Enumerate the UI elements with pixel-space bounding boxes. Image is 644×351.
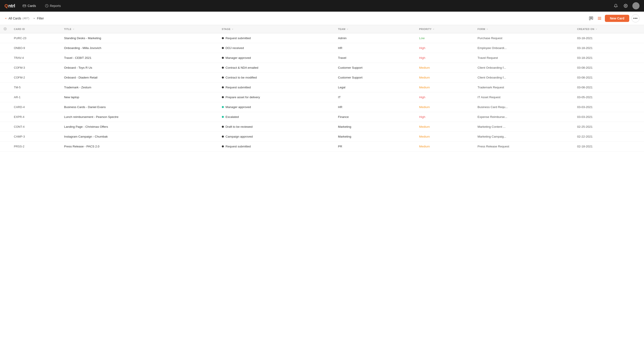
row-created-on: 03-08-2021 xyxy=(574,63,644,73)
table-row[interactable]: PRSS-2 Press Release - PACS 2.0 Request … xyxy=(0,142,644,151)
row-card-id: CONT-4 xyxy=(10,122,60,132)
row-card-id: COFM-3 xyxy=(10,63,60,73)
bell-icon xyxy=(614,4,618,8)
table-row[interactable]: CARD-4 Business Cards - Daniel Evans Man… xyxy=(0,102,644,112)
col-stage[interactable]: STAGE xyxy=(218,25,334,33)
row-team: Travel xyxy=(334,53,416,63)
stage-text: Contract & NDA emailed xyxy=(226,66,258,69)
table-row[interactable]: CONT-4 Landing Page - Christmas Offers D… xyxy=(0,122,644,132)
stage-dot-icon xyxy=(222,67,224,69)
row-stage: Manager approved xyxy=(218,53,334,63)
col-priority[interactable]: PRIORITY xyxy=(416,25,474,33)
stage-dot-icon xyxy=(222,96,224,98)
row-title: Business Cards - Daniel Evans xyxy=(60,102,218,112)
avatar[interactable] xyxy=(632,2,640,10)
stage-text: Contract to be modified xyxy=(226,76,257,79)
row-card-id: CAMP-3 xyxy=(10,132,60,142)
row-card-id: ONBO-9 xyxy=(10,43,60,53)
settings-button[interactable] xyxy=(622,3,629,9)
new-card-button[interactable]: New Card xyxy=(605,15,629,22)
table-row[interactable]: AR-1 New laptop Prepare asset for delive… xyxy=(0,92,644,102)
all-cards-label: All Cards xyxy=(8,17,21,20)
table-row[interactable]: TRAV-4 Travel - CEBIT 2021 Manager appro… xyxy=(0,53,644,63)
table-row[interactable]: ONBO-9 Onboarding - Milla Jovovich DOJ r… xyxy=(0,43,644,53)
table-row[interactable]: PURC-23 Standing Desks - Marketing Reque… xyxy=(0,33,644,43)
row-card-id: PURC-23 xyxy=(10,33,60,43)
nav-cards-label: Cards xyxy=(28,4,36,8)
more-options-button[interactable]: ••• xyxy=(632,14,640,22)
priority-badge: Medium xyxy=(419,86,430,89)
row-form: Marketing Campaig... xyxy=(474,132,573,142)
form-sort-icon xyxy=(486,28,488,30)
col-title-sort: TITLE xyxy=(64,28,215,31)
logo[interactable]: Qntrl xyxy=(4,3,15,9)
row-created-on: 03-08-2021 xyxy=(574,73,644,83)
priority-badge: Low xyxy=(419,37,425,40)
row-created-on: 03-08-2021 xyxy=(574,83,644,92)
row-priority: Medium xyxy=(416,102,474,112)
svg-rect-6 xyxy=(592,17,593,20)
row-priority: Medium xyxy=(416,83,474,92)
row-created-on: 02-18-2021 xyxy=(574,142,644,151)
row-title: Travel - CEBIT 2021 xyxy=(60,53,218,63)
col-team-sort: TEAM xyxy=(338,28,412,31)
row-priority: Medium xyxy=(416,142,474,151)
stage-dot-icon xyxy=(222,57,224,59)
kanban-view-button[interactable] xyxy=(588,15,594,22)
col-created-on[interactable]: CREATED ON xyxy=(574,25,644,33)
row-card-id: AR-1 xyxy=(10,92,60,102)
row-priority: Medium xyxy=(416,73,474,83)
priority-badge: Medium xyxy=(419,66,430,69)
stage-dot-icon xyxy=(222,77,224,79)
row-stage: Campaign approved xyxy=(218,132,334,142)
row-card-id: TRAV-4 xyxy=(10,53,60,63)
table-row[interactable]: EXPR-4 Lunch reimbursement - Pearson Spe… xyxy=(0,112,644,122)
table-row[interactable]: TM-5 Trademark - Zestum Request submitte… xyxy=(0,83,644,92)
table-row[interactable]: COFM-2 Onboard - Diadem Retail Contract … xyxy=(0,73,644,83)
col-form[interactable]: FORM xyxy=(474,25,573,33)
row-team: Marketing xyxy=(334,122,416,132)
nav-cards[interactable]: Cards xyxy=(21,3,37,9)
priority-badge: Medium xyxy=(419,105,430,109)
row-team: Finance xyxy=(334,112,416,122)
row-form: Business Card Requ... xyxy=(474,102,573,112)
col-team[interactable]: TEAM xyxy=(334,25,416,33)
row-title: Press Release - PACS 2.0 xyxy=(60,142,218,151)
row-title: Lunch reimbursement - Pearson Spectre xyxy=(60,112,218,122)
stage-text: Prepare asset for delivery xyxy=(226,96,260,99)
table-row[interactable]: COFM-3 Onboard - Toys R Us Contract & ND… xyxy=(0,63,644,73)
notification-button[interactable] xyxy=(613,3,619,9)
stage-text: Escalated xyxy=(226,115,239,119)
row-priority: High xyxy=(416,43,474,53)
col-priority-sort: PRIORITY xyxy=(419,28,470,31)
row-team: HR xyxy=(334,102,416,112)
col-created-sort: CREATED ON xyxy=(577,28,640,31)
row-stage: Request submitted xyxy=(218,33,334,43)
priority-badge: Medium xyxy=(419,76,430,79)
table-row[interactable]: CAMP-3 Instagram Campaign - Chumbak Camp… xyxy=(0,132,644,142)
row-title: Onboard - Toys R Us xyxy=(60,63,218,73)
row-created-on: 03-18-2021 xyxy=(574,33,644,43)
row-created-on: 03-18-2021 xyxy=(574,43,644,53)
filter-dropdown[interactable]: Filter xyxy=(33,17,44,20)
row-gear xyxy=(0,43,10,53)
stage-text: Request submitted xyxy=(226,37,251,40)
all-cards-dropdown[interactable]: All Cards (487) xyxy=(4,17,29,20)
kanban-icon xyxy=(589,16,593,21)
priority-badge: Medium xyxy=(419,135,430,138)
title-sort-icon xyxy=(72,28,75,30)
col-form-label: FORM xyxy=(478,28,485,31)
nav-reports[interactable]: Reports xyxy=(44,3,62,9)
row-stage: Escalated xyxy=(218,112,334,122)
row-form: Trademark Request xyxy=(474,83,573,92)
report-icon xyxy=(45,4,48,8)
toolbar-right-actions: New Card ••• xyxy=(588,14,640,22)
cards-table: CARD ID TITLE STAGE TEAM xyxy=(0,25,644,151)
list-view-button[interactable] xyxy=(596,15,603,22)
all-cards-chevron-icon xyxy=(4,17,7,20)
row-stage: Contract to be modified xyxy=(218,73,334,83)
row-gear xyxy=(0,63,10,73)
navbar-right xyxy=(613,2,640,10)
col-stage-sort: STAGE xyxy=(222,28,331,31)
col-title[interactable]: TITLE xyxy=(60,25,218,33)
